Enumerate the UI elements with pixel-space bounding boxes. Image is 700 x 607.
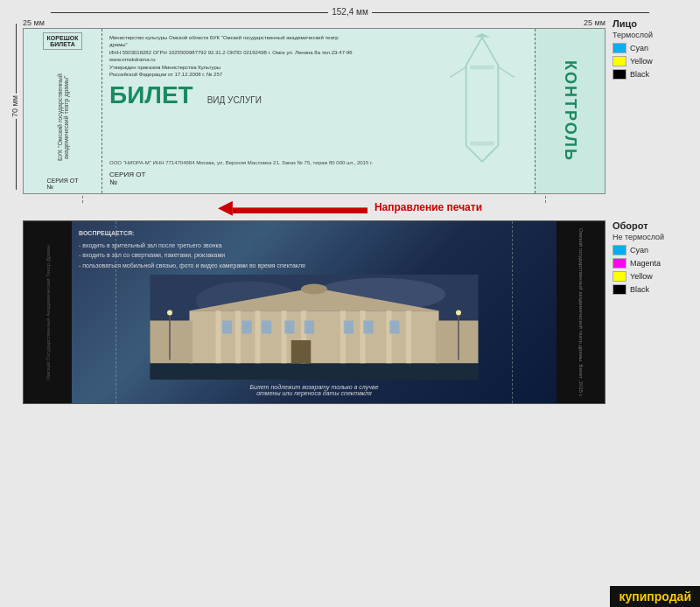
print-direction-label: Направление печати [374,201,482,213]
front-legend-title: Лицо [612,18,693,29]
svg-rect-15 [235,310,241,363]
ticket-back: Омский Государственный Академический Теа… [23,220,606,404]
svg-point-38 [456,310,461,315]
vid-uslugi: ВИД УСЛУГИ [207,95,262,105]
ticket-header-text: Министерство культуры Омской области БУК… [109,34,354,78]
back-bottom-text: Билет подлежит возврату только в случае … [79,384,550,396]
svg-rect-20 [360,310,366,363]
back-black-swatch [612,284,626,295]
back-yellow-swatch [612,271,626,282]
back-yellow-label: Yellow [630,272,653,281]
back-color-yellow: Yellow [612,271,693,282]
svg-rect-33 [150,320,193,363]
svg-rect-30 [389,320,399,333]
svg-rect-4 [470,142,494,146]
black-swatch-front [612,69,626,80]
svg-marker-2 [474,33,490,38]
svg-point-32 [301,283,327,294]
stub-theater-name: БУК "Омский государственный академически… [57,57,69,178]
back-cyan-swatch [612,245,626,255]
svg-rect-17 [282,310,287,363]
svg-rect-26 [284,320,294,333]
kontrol-section: КОНТРОЛЬ [535,29,605,193]
svg-rect-12 [190,310,439,363]
svg-line-5 [450,67,466,78]
main-container: 152,4 мм 70 мм 25 мм 25 мм [0,0,700,607]
svg-rect-16 [256,310,261,363]
bilet-word: БИЛЕТ [109,81,193,109]
svg-point-36 [167,310,172,315]
back-left-strip: Омский Государственный Академический Теа… [24,221,72,403]
series-label-1: СЕРИЯ ОТ № [109,171,145,186]
svg-rect-24 [242,320,252,333]
back-image-area: ВОСПРЕЩАЕТСЯ: - входить в зрительный зал… [72,221,556,403]
front-color-yellow: Yellow [612,56,693,66]
back-wrapper: Омский Государственный Академический Теа… [7,220,693,404]
stub-section: КОРЕШОК БИЛЕТА БУК "Омский государственн… [24,29,102,193]
svg-rect-14 [216,310,221,363]
stub-label: КОРЕШОК БИЛЕТА [43,32,83,50]
theater-building [79,275,550,380]
right-margin-label: 25 мм [584,18,606,27]
cyan-swatch [612,43,626,53]
front-color-black: Black [612,69,693,80]
back-right-strip: Омский государственный академический теа… [556,221,605,403]
margin-labels: 25 мм 25 мм [23,18,606,27]
top-dimension-label: 152,4 мм [7,7,693,17]
cyan-label: Cyan [630,44,648,52]
back-black-label: Black [630,285,649,294]
kontrol-text: КОНТРОЛЬ [561,60,579,162]
back-left-vertical-text: Омский Государственный Академический Теа… [42,241,54,384]
kupiprodai-bar: купипродай [610,586,700,607]
yellow-swatch [612,56,626,66]
magenta-label: Magenta [630,259,661,268]
back-legend-title: Оборот [612,220,693,231]
svg-rect-34 [436,320,479,363]
left-margin-label: 25 мм [23,18,45,27]
back-cyan-label: Cyan [630,246,648,255]
back-legend: Оборот Не термослой Cyan Magenta Yellow … [606,220,693,404]
lantern-decoration [434,33,530,178]
front-legend-subtitle: Термослой [612,31,693,39]
print-direction: ◀▬▬▬▬▬▬▬ Направление печати [7,198,693,217]
svg-rect-22 [406,310,411,363]
height-dimension: 70 мм [9,94,21,119]
svg-rect-29 [363,320,373,333]
svg-rect-3 [470,66,494,70]
svg-rect-28 [344,320,354,333]
width-dimension: 152,4 мм [328,7,372,17]
back-color-magenta: Magenta [612,258,693,269]
yellow-label: Yellow [630,57,653,66]
magenta-swatch [612,258,626,269]
black-label-front: Black [630,70,649,79]
back-right-vertical-text: Омский государственный академический теа… [575,225,587,401]
ticket-front: КОРЕШОК БИЛЕТА БУК "Омский государственн… [23,28,606,194]
svg-rect-27 [304,320,314,333]
kupiprodai-label: купипродай [619,590,691,604]
back-legend-subtitle: Не термослой [612,233,693,241]
back-top-text: ВОСПРЕЩАЕТСЯ: - входить в зрительный зал… [79,228,550,270]
back-color-cyan: Cyan [612,245,693,255]
svg-rect-19 [340,310,346,363]
back-color-black: Black [612,284,693,295]
svg-rect-25 [262,320,271,333]
front-color-cyan: Cyan [612,43,693,53]
svg-line-6 [498,67,514,78]
arrow-left-icon: ◀▬▬▬▬▬▬▬ [218,198,368,217]
svg-rect-21 [387,310,392,363]
svg-rect-23 [222,320,232,333]
svg-rect-31 [291,340,312,363]
front-legend: Лицо Термослой Cyan Yellow Black [606,18,693,194]
stub-series-label: СЕРИЯ ОТ № [46,178,78,190]
